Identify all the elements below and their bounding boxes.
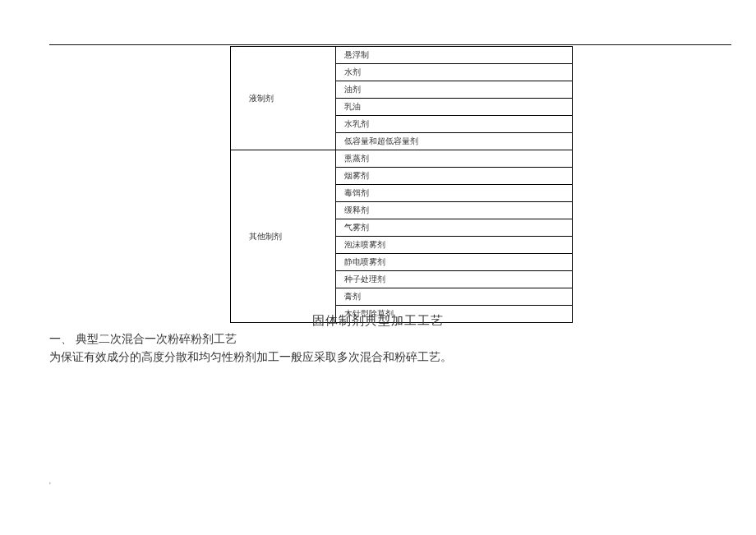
page-root: 液制剂悬浮制水剂油剂乳油水乳剂低容量和超低容量剂其他制剂熏蒸剂烟雾剂毒饵剂缓释剂… [0,0,756,535]
table: 液制剂悬浮制水剂油剂乳油水乳剂低容量和超低容量剂其他制剂熏蒸剂烟雾剂毒饵剂缓释剂… [230,46,573,323]
table-row: 液制剂悬浮制 [231,47,573,64]
item-cell: 悬浮制 [336,47,573,64]
item-cell: 油剂 [336,81,573,99]
item-cell: 烟雾剂 [336,168,573,185]
item-cell: 熏蒸剂 [336,150,573,168]
item-cell: 缓释剂 [336,202,573,219]
item-cell: 种子处理剂 [336,271,573,288]
bottom-left-mark: ' [49,481,51,490]
body-line-1: 一、 典型二次混合一次粉碎粉剂工艺 [49,330,452,348]
item-cell: 膏剂 [336,288,573,306]
top-horizontal-rule [49,44,731,45]
item-cell: 静电喷雾剂 [336,254,573,271]
section-title: 固体制剂典型加工工艺 [0,313,756,329]
category-cell: 液制剂 [231,47,336,150]
item-cell: 毒饵剂 [336,185,573,202]
list-marker: 一、 [49,333,72,345]
item-cell: 乳油 [336,99,573,116]
category-cell: 其他制剂 [231,150,336,323]
classification-table: 液制剂悬浮制水剂油剂乳油水乳剂低容量和超低容量剂其他制剂熏蒸剂烟雾剂毒饵剂缓释剂… [230,46,572,323]
body-text-block: 一、 典型二次混合一次粉碎粉剂工艺 为保证有效成分的高度分散和均匀性粉剂加工一般… [49,330,452,367]
item-cell: 气雾剂 [336,219,573,237]
item-cell: 水剂 [336,64,573,81]
table-row: 其他制剂熏蒸剂 [231,150,573,168]
item-cell: 低容量和超低容量剂 [336,133,573,150]
item-cell: 泡沫喷雾剂 [336,237,573,254]
body-line-2: 为保证有效成分的高度分散和均匀性粉剂加工一般应采取多次混合和粉碎工艺。 [49,348,452,367]
item-cell: 水乳剂 [336,116,573,133]
body-line-1-text: 典型二次混合一次粉碎粉剂工艺 [76,333,237,345]
